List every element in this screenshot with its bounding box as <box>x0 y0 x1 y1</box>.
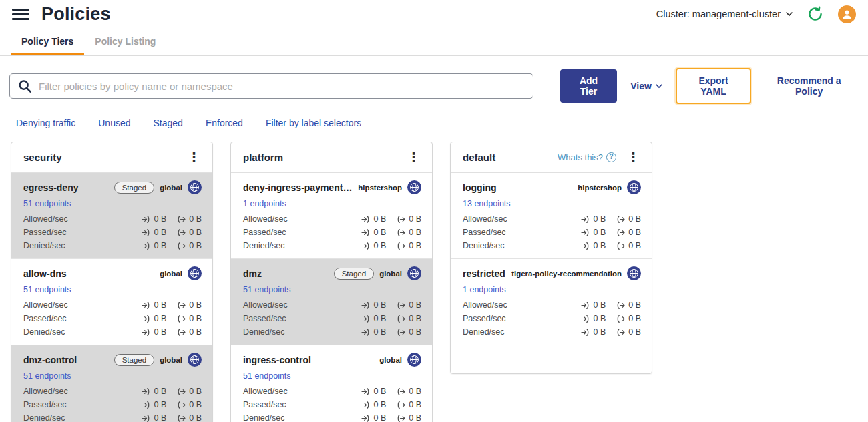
policy-endpoints-link[interactable]: 1 endpoints <box>463 285 506 294</box>
export-yaml-button[interactable]: Export YAML <box>676 68 751 104</box>
ingress-arrow-icon <box>361 215 370 224</box>
metric-label: Denied/sec <box>243 413 285 422</box>
policy-endpoints-link[interactable]: 51 endpoints <box>243 371 291 381</box>
metric-rows: Allowed/sec 0 B 0 B Passed/sec <box>243 212 421 252</box>
metric-label: Denied/sec <box>23 241 65 250</box>
ingress-arrow-icon <box>581 242 590 250</box>
policy-endpoints-link[interactable]: 51 endpoints <box>23 285 71 294</box>
search-icon <box>18 79 32 93</box>
metric-label: Passed/sec <box>243 228 286 237</box>
history-restore-icon[interactable] <box>806 5 825 23</box>
policy-name: ingress-control <box>243 355 374 365</box>
tab-policy-tiers[interactable]: Policy Tiers <box>11 28 84 55</box>
egress-arrow-icon <box>397 314 405 323</box>
kebab-menu-icon[interactable]: ⋮ <box>624 151 642 164</box>
policy-card[interactable]: ingress-control global 51 endpoints Allo… <box>231 345 432 422</box>
metric-ingress-value: 0 B <box>373 413 386 422</box>
metric-label: Allowed/sec <box>23 387 68 396</box>
filter-staged[interactable]: Staged <box>154 118 183 128</box>
metric-egress-value: 0 B <box>189 413 202 422</box>
policy-name: dmz <box>243 268 329 279</box>
policy-card[interactable]: egress-deny Staged global 51 endpoints A… <box>11 173 212 259</box>
kebab-menu-icon[interactable]: ⋮ <box>185 151 203 164</box>
metric-row: Denied/sec 0 B 0 B <box>23 325 202 339</box>
egress-arrow-icon <box>177 414 186 422</box>
filter-label-selectors[interactable]: Filter by label selectors <box>266 118 361 128</box>
tab-policy-listing[interactable]: Policy Listing <box>84 28 166 55</box>
metric-row: Denied/sec 0 B 0 B <box>463 325 641 339</box>
tier-help-link[interactable]: Whats this? ? <box>558 152 616 162</box>
recommend-policy-button[interactable]: Recommend a Policy <box>765 75 853 97</box>
policy-endpoints-link[interactable]: 51 endpoints <box>243 285 291 294</box>
ingress-arrow-icon <box>142 414 150 422</box>
policy-scope-label: tigera-policy-recommendation <box>511 270 622 278</box>
ingress-arrow-icon <box>142 301 150 310</box>
egress-arrow-icon <box>177 215 186 224</box>
ingress-arrow-icon <box>581 328 590 337</box>
metric-row: Allowed/sec 0 B 0 B <box>463 212 641 226</box>
globe-icon <box>627 180 641 194</box>
ingress-arrow-icon <box>361 387 370 396</box>
egress-arrow-icon <box>397 301 405 310</box>
metric-ingress-value: 0 B <box>154 228 166 237</box>
egress-arrow-icon <box>177 314 186 323</box>
policy-card[interactable]: allow-dns global 51 endpoints Allowed/se… <box>11 259 212 345</box>
policy-card[interactable]: deny-ingress-paymentservi… hipstershop 1… <box>231 173 432 259</box>
cluster-selector[interactable]: Cluster: management-cluster <box>656 9 793 19</box>
ingress-arrow-icon <box>142 314 150 323</box>
tab-bar: Policy Tiers Policy Listing <box>0 28 868 56</box>
policy-list: deny-ingress-paymentservi… hipstershop 1… <box>231 173 432 422</box>
metric-row: Allowed/sec 0 B 0 B <box>463 298 641 312</box>
metric-ingress-value: 0 B <box>593 228 606 237</box>
metric-row: Allowed/sec 0 B 0 B <box>243 212 421 226</box>
egress-arrow-icon <box>616 328 625 337</box>
ingress-arrow-icon <box>581 301 590 310</box>
policy-card[interactable]: dmz Staged global 51 endpoints Allowed/s… <box>231 259 432 345</box>
policy-scope-label: global <box>379 356 402 364</box>
kebab-menu-icon[interactable]: ⋮ <box>405 151 423 164</box>
tier-name: security <box>23 152 185 163</box>
policy-card[interactable]: dmz-control Staged global 51 endpoints A… <box>11 345 212 422</box>
globe-icon <box>188 353 202 367</box>
hamburger-menu-icon[interactable] <box>12 9 29 20</box>
filter-denying-traffic[interactable]: Denying traffic <box>16 118 75 128</box>
view-dropdown-button[interactable]: View <box>630 81 662 91</box>
metric-ingress-value: 0 B <box>154 314 166 323</box>
policy-endpoints-link[interactable]: 51 endpoints <box>23 199 71 208</box>
tier-column: platform ⋮ deny-ingress-paymentservi… hi… <box>230 142 433 422</box>
egress-arrow-icon <box>177 401 186 409</box>
egress-arrow-icon <box>177 328 186 337</box>
metric-row: Passed/sec 0 B 0 B <box>23 398 202 411</box>
ingress-arrow-icon <box>361 314 370 323</box>
ingress-arrow-icon <box>361 414 370 422</box>
filter-unused[interactable]: Unused <box>98 118 130 128</box>
metric-row: Passed/sec 0 B 0 B <box>243 312 421 325</box>
chevron-down-icon <box>786 12 793 17</box>
metric-ingress-value: 0 B <box>593 300 606 310</box>
metric-ingress-value: 0 B <box>154 387 166 396</box>
metric-egress-value: 0 B <box>628 300 641 310</box>
policy-card[interactable]: logging hipstershop 13 endpoints Allowed… <box>451 173 652 259</box>
chevron-down-icon <box>656 84 662 89</box>
policy-endpoints-link[interactable]: 1 endpoints <box>243 199 286 208</box>
metric-egress-value: 0 B <box>628 314 641 323</box>
policy-endpoints-link[interactable]: 51 endpoints <box>23 371 71 381</box>
egress-arrow-icon <box>177 242 186 250</box>
egress-arrow-icon <box>616 215 625 224</box>
metric-rows: Allowed/sec 0 B 0 B Passed/sec <box>23 212 202 252</box>
metric-rows: Allowed/sec 0 B 0 B Passed/sec <box>23 385 202 422</box>
globe-icon <box>188 266 202 280</box>
policy-card[interactable]: restricted tigera-policy-recommendation … <box>451 259 652 345</box>
policy-endpoints-link[interactable]: 13 endpoints <box>463 199 511 208</box>
egress-arrow-icon <box>616 301 625 310</box>
policy-search-box[interactable] <box>9 73 533 99</box>
metric-egress-value: 0 B <box>628 214 641 224</box>
metric-ingress-value: 0 B <box>373 228 386 237</box>
metric-egress-value: 0 B <box>409 413 421 422</box>
add-tier-button[interactable]: Add Tier <box>560 69 617 103</box>
user-avatar[interactable] <box>838 5 856 23</box>
toolbar: Add Tier View Export YAML Recommend a Po… <box>0 56 868 104</box>
quick-filter-bar: Denying traffic Unused Staged Enforced F… <box>0 104 868 140</box>
filter-enforced[interactable]: Enforced <box>206 118 243 128</box>
policy-search-input[interactable] <box>39 81 525 92</box>
